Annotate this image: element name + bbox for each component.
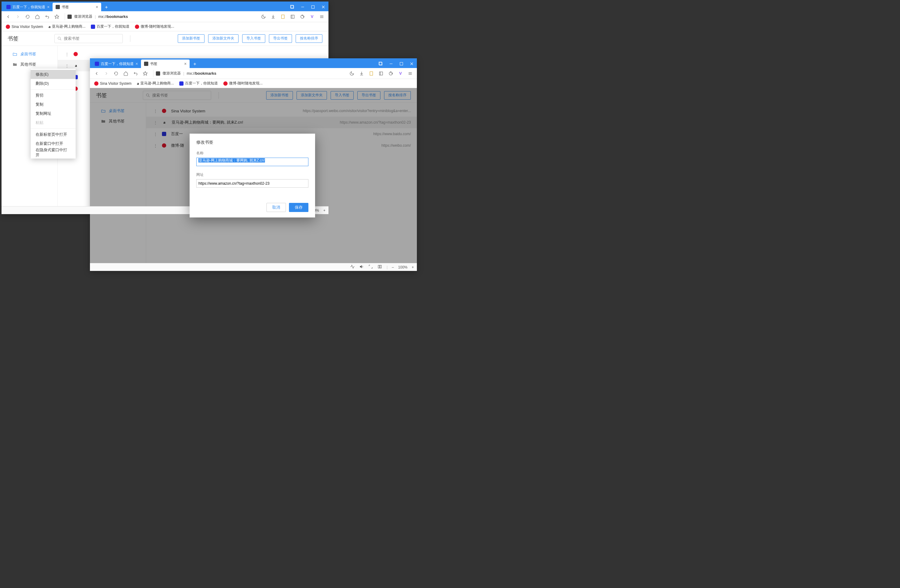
- tab-baidu[interactable]: 百度一下，你就知道 ×: [3, 3, 53, 11]
- reload-button[interactable]: [112, 69, 120, 78]
- search-input[interactable]: [152, 93, 208, 97]
- tab-bookmarks[interactable]: 书签 ×: [53, 3, 101, 11]
- extension-icon[interactable]: [298, 12, 307, 21]
- menu-item-open-tab[interactable]: 在新标签页中打开: [31, 130, 76, 139]
- close-icon[interactable]: ×: [47, 5, 50, 9]
- undo-button[interactable]: [43, 12, 51, 21]
- dark-mode-icon[interactable]: [348, 69, 356, 78]
- back-button[interactable]: [92, 69, 101, 78]
- add-folder-button[interactable]: 添加新文件夹: [208, 34, 239, 43]
- star-button[interactable]: [141, 69, 149, 78]
- menu-item-delete[interactable]: 删除(D): [31, 79, 76, 88]
- note-icon[interactable]: [367, 69, 376, 78]
- export-button[interactable]: 导出书签: [357, 91, 380, 100]
- sidebar-item-desktop[interactable]: 桌面书签: [2, 49, 57, 59]
- baidu-favicon-icon: [179, 81, 183, 86]
- bookmark-bar-item[interactable]: a亚马逊-网上购物商...: [49, 24, 86, 29]
- volume-icon[interactable]: [359, 264, 364, 270]
- reload-button[interactable]: [23, 12, 32, 21]
- add-folder-button[interactable]: 添加新文件夹: [296, 91, 327, 100]
- cancel-button[interactable]: 取消: [267, 203, 286, 212]
- maximize-icon[interactable]: [396, 60, 407, 68]
- minimize-icon[interactable]: [298, 3, 308, 11]
- sort-button[interactable]: 按名称排序: [296, 34, 323, 43]
- close-icon[interactable]: ×: [184, 61, 186, 66]
- fullscreen-icon[interactable]: [368, 264, 373, 270]
- extension-icon[interactable]: [386, 69, 395, 78]
- close-icon[interactable]: ×: [135, 61, 138, 66]
- snapshot-icon[interactable]: [287, 3, 298, 11]
- menu-item-open-incognito[interactable]: 在隐身式窗口中打开: [31, 148, 76, 157]
- more-icon[interactable]: ⋮: [65, 63, 69, 68]
- sidebar-item-desktop[interactable]: 桌面书签: [90, 106, 146, 116]
- tab-baidu[interactable]: 百度一下，你就知道 ×: [92, 60, 141, 68]
- menu-item-edit[interactable]: 修改(E): [31, 70, 76, 79]
- address-bar[interactable]: 傲游浏览器 | mx://bookmarks: [65, 13, 256, 20]
- home-button[interactable]: [121, 69, 130, 78]
- close-window-icon[interactable]: [318, 3, 329, 11]
- bookmark-row[interactable]: ⋮ a 亚马逊-网上购物商城：要网购, 就来Z.cn! https://www.…: [146, 117, 417, 128]
- sidebar-icon[interactable]: [289, 12, 297, 21]
- name-input[interactable]: 亚马逊-网上购物商城：要网购, 就来Z.cn!: [196, 158, 309, 166]
- forward-button[interactable]: [14, 12, 22, 21]
- bookmark-bar-item[interactable]: Sina Visitor System: [94, 81, 132, 86]
- import-button[interactable]: 导入书签: [242, 34, 265, 43]
- home-button[interactable]: [33, 12, 42, 21]
- v-icon[interactable]: V: [396, 69, 405, 78]
- menu-button[interactable]: [406, 69, 414, 78]
- address-bar[interactable]: 傲游浏览器 | mx://bookmarks: [153, 70, 344, 77]
- close-window-icon[interactable]: [407, 60, 417, 68]
- zoom-out-button[interactable]: –: [392, 265, 394, 269]
- bookmark-bar-item[interactable]: Sina Visitor System: [6, 25, 43, 29]
- sidebar-item-other[interactable]: 其他书签: [2, 59, 57, 70]
- new-tab-button[interactable]: +: [102, 3, 110, 11]
- note-icon[interactable]: [279, 12, 287, 21]
- split-icon[interactable]: [377, 264, 382, 270]
- save-button[interactable]: 保存: [289, 203, 309, 212]
- tab-bookmarks[interactable]: 书签 ×: [141, 60, 189, 68]
- sidebar-icon[interactable]: [377, 69, 385, 78]
- url-input[interactable]: [196, 179, 309, 188]
- zoom-in-button[interactable]: +: [412, 265, 414, 269]
- new-tab-button[interactable]: +: [191, 60, 199, 68]
- search-box[interactable]: [143, 91, 211, 100]
- maximize-icon[interactable]: [308, 3, 318, 11]
- star-button[interactable]: [53, 12, 61, 21]
- add-bookmark-button[interactable]: 添加新书签: [266, 91, 293, 100]
- sidebar-item-other[interactable]: 其他书签: [90, 116, 146, 126]
- bookmark-bar-item[interactable]: 微博-随时随地发现...: [135, 24, 174, 29]
- download-icon[interactable]: [357, 69, 366, 78]
- sort-button[interactable]: 按名称排序: [384, 91, 411, 100]
- add-bookmark-button[interactable]: 添加新书签: [178, 34, 205, 43]
- dark-mode-icon[interactable]: [259, 12, 268, 21]
- bookmark-bar-item[interactable]: 微博-随时随地发现...: [223, 81, 262, 86]
- zoom-in-button[interactable]: +: [323, 208, 326, 213]
- menu-button[interactable]: [318, 12, 326, 21]
- search-input[interactable]: [64, 36, 120, 41]
- menu-item-cut[interactable]: 剪切: [31, 91, 76, 100]
- close-icon[interactable]: ×: [96, 5, 98, 9]
- export-button[interactable]: 导出书签: [269, 34, 292, 43]
- search-box[interactable]: [54, 34, 123, 43]
- activity-icon[interactable]: [350, 264, 355, 270]
- snapshot-icon[interactable]: [376, 60, 386, 68]
- more-icon[interactable]: ⋮: [154, 109, 157, 113]
- more-icon[interactable]: ⋮: [154, 120, 157, 125]
- undo-button[interactable]: [131, 69, 140, 78]
- download-icon[interactable]: [269, 12, 278, 21]
- bookmark-bar-item[interactable]: a亚马逊-网上购物商...: [137, 81, 174, 86]
- more-icon[interactable]: ⋮: [154, 132, 157, 136]
- forward-button[interactable]: [102, 69, 110, 78]
- more-icon[interactable]: ⋮: [154, 143, 157, 148]
- bookmark-row[interactable]: ⋮ Sina Visitor System https://passport.w…: [146, 105, 417, 117]
- bookmark-bar-item[interactable]: 百度一下，你就知道: [179, 81, 218, 86]
- menu-item-copy-url[interactable]: 复制网址: [31, 109, 76, 118]
- minimize-icon[interactable]: [386, 60, 396, 68]
- bookmark-bar-item[interactable]: 百度一下，你就知道: [91, 24, 129, 29]
- more-icon[interactable]: ⋮: [65, 52, 69, 56]
- menu-item-copy[interactable]: 复制: [31, 100, 76, 109]
- back-button[interactable]: [4, 12, 12, 21]
- v-icon[interactable]: V: [308, 12, 316, 21]
- import-button[interactable]: 导入书签: [331, 91, 354, 100]
- menu-item-open-window[interactable]: 在新窗口中打开: [31, 139, 76, 148]
